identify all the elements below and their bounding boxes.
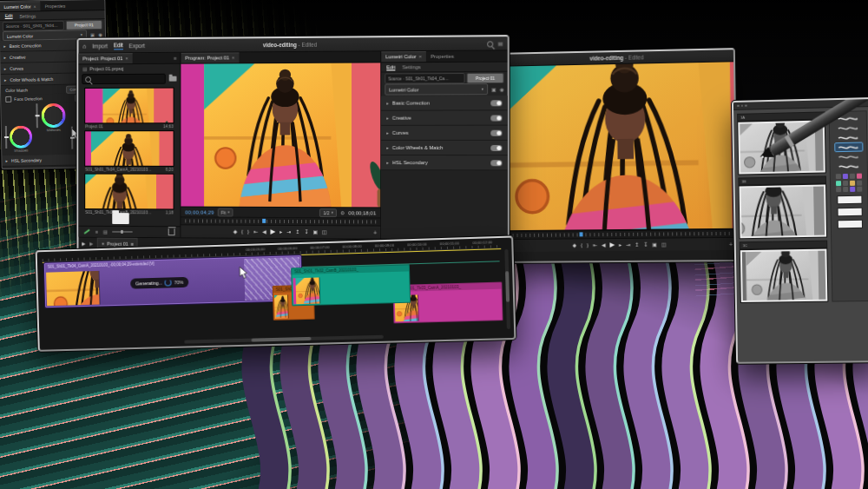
- mark-in-button[interactable]: {: [241, 229, 243, 235]
- mark-in-button[interactable]: {: [581, 242, 582, 248]
- panel-menu-icon[interactable]: ≡: [170, 53, 180, 63]
- play-button[interactable]: ▶: [609, 241, 615, 248]
- play-button[interactable]: ▶: [271, 228, 276, 235]
- export-frame-button[interactable]: ▣: [652, 242, 657, 248]
- mark-out-button[interactable]: }: [247, 229, 249, 235]
- preset-dropdown[interactable]: Lumetri Color ▾: [3, 30, 87, 41]
- lift-button[interactable]: ↥: [635, 242, 639, 248]
- add-marker-button[interactable]: ◆: [233, 229, 238, 235]
- preset-dropdown[interactable]: Lumetri Color ▾: [385, 83, 488, 96]
- shadows-wheel[interactable]: [10, 125, 32, 148]
- edit-icon[interactable]: [83, 229, 89, 235]
- project-item[interactable]: S01_Sh01_Tk04_CamA_20210103…6;20: [84, 130, 174, 172]
- horizontal-scrollbar[interactable]: [184, 335, 384, 344]
- search-icon[interactable]: [487, 41, 493, 47]
- menu-edit[interactable]: Edit: [114, 42, 123, 50]
- list-view-icon[interactable]: ≡: [95, 229, 98, 235]
- storyboard-frame[interactable]: [740, 248, 829, 303]
- color-swatch[interactable]: [837, 195, 862, 205]
- close-icon[interactable]: ×: [34, 3, 36, 9]
- new-bin-icon[interactable]: [169, 76, 177, 82]
- bin-folder-icon[interactable]: [112, 213, 128, 224]
- mark-out-button[interactable]: }: [587, 242, 589, 248]
- midtones-wheel[interactable]: [41, 103, 65, 128]
- midtones-slider[interactable]: [36, 103, 37, 128]
- eye-icon[interactable]: ◉: [500, 86, 504, 91]
- toggle-switch[interactable]: [490, 115, 502, 121]
- add-marker-button[interactable]: ◆: [572, 242, 576, 248]
- section-hsl-secondary[interactable]: ▸ HSL Secondary: [381, 155, 507, 170]
- tab-properties[interactable]: Properties: [426, 51, 458, 62]
- tab-program[interactable]: Program: Project 01 ×: [181, 52, 239, 63]
- step-forward-button[interactable]: ▸: [619, 242, 621, 248]
- project-file-row[interactable]: ▤ Project 01.prproj: [78, 64, 180, 74]
- tool-icon[interactable]: [836, 187, 841, 192]
- close-icon[interactable]: ×: [232, 55, 234, 60]
- extract-button[interactable]: ↧: [304, 229, 308, 235]
- project-item[interactable]: Project 0114;63: [84, 88, 174, 129]
- source-clip-segment[interactable]: Source · S01_Sh01_Tk04_Ca…: [385, 73, 464, 84]
- toggle-switch[interactable]: [490, 160, 502, 166]
- snapshot-icon[interactable]: ▣: [491, 87, 496, 92]
- subtab-edit[interactable]: Edit: [386, 64, 395, 70]
- panel-menu-icon[interactable]: ≡: [131, 241, 134, 246]
- toggle-switch[interactable]: [490, 144, 502, 150]
- thumbnail-size-slider[interactable]: [113, 231, 133, 233]
- vertical-scrollbar[interactable]: [504, 249, 510, 329]
- subtab-settings[interactable]: Settings: [20, 13, 36, 18]
- go-to-out-button[interactable]: ⇥: [286, 229, 291, 235]
- project-item[interactable]: S01_Sh01_Tk06_CamB_20210103…1;18: [84, 174, 174, 215]
- eye-icon[interactable]: ◉: [98, 32, 102, 37]
- add-button[interactable]: +: [729, 241, 733, 247]
- section-curves[interactable]: ▸ Curves: [381, 126, 507, 141]
- go-to-out-button[interactable]: ⇥: [626, 242, 630, 248]
- subtab-settings[interactable]: Settings: [402, 64, 420, 69]
- timeline-clip[interactable]: S01_Sh01_Tk02_CamB_20210103_: [291, 264, 411, 306]
- search-input[interactable]: [82, 74, 165, 84]
- step-back-button[interactable]: ◀: [262, 229, 266, 235]
- timeline-clip-extended[interactable]: S01_Sh01_Tk04_CamA_20210103_-00;00;04;29…: [44, 255, 302, 307]
- tool-icon[interactable]: [850, 187, 855, 192]
- tab-project[interactable]: Project: Project 01 ×: [78, 53, 132, 63]
- close-icon[interactable]: ×: [419, 54, 422, 59]
- playhead-marker[interactable]: [580, 232, 583, 236]
- playback-resolution-dropdown[interactable]: 1/2▾: [319, 208, 337, 217]
- export-frame-button[interactable]: ▣: [312, 229, 318, 235]
- close-icon[interactable]: ×: [125, 56, 128, 61]
- section-creative[interactable]: ▸ Creative: [381, 110, 507, 125]
- close-icon[interactable]: ×: [102, 241, 104, 246]
- tab-lumetri-color[interactable]: Lumetri Color ×: [381, 51, 426, 62]
- selection-tool-icon[interactable]: ▶: [82, 241, 85, 246]
- step-forward-button[interactable]: ▸: [279, 229, 282, 235]
- section-basic-correction[interactable]: ▸ Basic Correction: [381, 96, 507, 111]
- go-to-in-button[interactable]: ⇤: [593, 242, 597, 248]
- comparison-view-button[interactable]: ◫: [661, 242, 667, 248]
- tool-icon[interactable]: [857, 187, 863, 192]
- shadows-slider[interactable]: [5, 126, 7, 149]
- extract-button[interactable]: ↧: [643, 242, 648, 248]
- settings-icon[interactable]: ⚙: [340, 209, 345, 215]
- tab-lumetri-color[interactable]: Lumetri Color×: [0, 1, 41, 11]
- workspace-icon[interactable]: ▤: [498, 40, 503, 47]
- menu-export[interactable]: Export: [129, 43, 145, 49]
- track-select-tool-icon[interactable]: ▶: [89, 241, 93, 246]
- snapshot-icon[interactable]: ▣: [90, 32, 95, 37]
- toggle-switch[interactable]: [490, 100, 502, 106]
- color-swatch[interactable]: [837, 220, 862, 229]
- zoom-level-dropdown[interactable]: Fit▾: [218, 208, 233, 216]
- tool-icon[interactable]: [843, 187, 848, 192]
- home-icon[interactable]: ⌂: [82, 43, 86, 50]
- add-button[interactable]: +: [373, 229, 377, 235]
- go-to-in-button[interactable]: ⇤: [253, 229, 258, 235]
- subtab-edit[interactable]: Edit: [5, 13, 13, 19]
- lift-button[interactable]: ↥: [295, 229, 299, 235]
- step-back-button[interactable]: ◀: [602, 242, 606, 248]
- trash-icon[interactable]: [168, 228, 175, 235]
- icon-view-icon[interactable]: ▤: [103, 229, 108, 235]
- color-swatch[interactable]: [837, 208, 862, 217]
- playhead-marker[interactable]: [262, 219, 266, 223]
- section-color-wheels-match[interactable]: ▸ Color Wheels & Match: [381, 141, 507, 155]
- toggle-switch[interactable]: [490, 129, 502, 135]
- tab-properties[interactable]: Properties: [40, 1, 69, 11]
- source-target-segment[interactable]: Project 01: [66, 20, 102, 30]
